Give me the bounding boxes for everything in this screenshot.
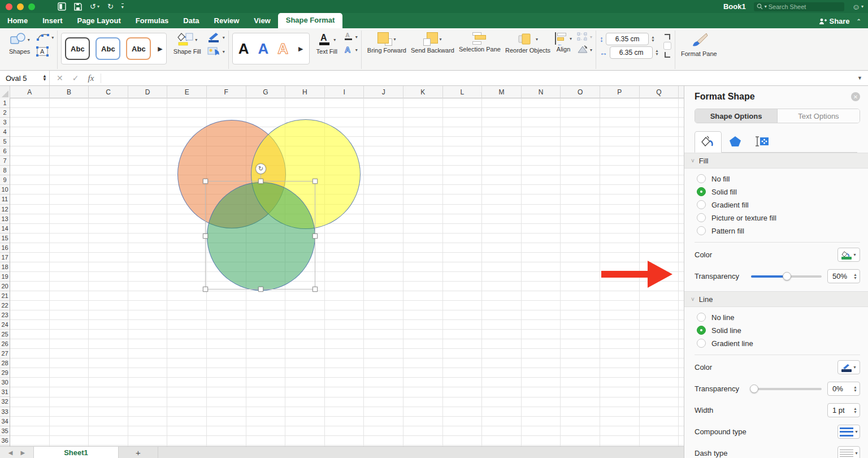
group-objects-button[interactable]: ▾	[576, 32, 592, 42]
line-section-header[interactable]: ˅ Line	[684, 291, 868, 307]
row-header[interactable]: 10	[0, 185, 10, 195]
collapse-ribbon-icon[interactable]: ⌃	[857, 18, 861, 24]
column-header[interactable]: F	[207, 86, 246, 98]
column-header[interactable]: Q	[640, 86, 679, 98]
row-header[interactable]: 6	[0, 146, 10, 156]
minimize-window-button[interactable]	[17, 3, 24, 10]
radio-gradient-line[interactable]: Gradient line	[697, 339, 868, 348]
tab-page-layout[interactable]: Page Layout	[70, 14, 128, 28]
radio-solid-fill[interactable]: Solid fill	[697, 187, 868, 196]
height-value[interactable]: 6.35 cm	[606, 33, 649, 45]
row-header[interactable]: 8	[0, 166, 10, 175]
close-window-button[interactable]	[6, 3, 12, 10]
line-width-value[interactable]: 1 pt ▲▼	[827, 403, 860, 417]
shape-style-more-icon[interactable]: ▶	[157, 45, 162, 53]
resize-handle-nw[interactable]	[203, 179, 208, 184]
tab-shape-options[interactable]: Shape Options	[695, 109, 777, 123]
tab-home[interactable]: Home	[0, 14, 35, 28]
row-header[interactable]: 16	[0, 243, 10, 253]
compound-type-button[interactable]: ▾	[837, 425, 860, 439]
lock-aspect-checkbox[interactable]	[663, 42, 671, 50]
size-properties-subtab[interactable]	[749, 131, 776, 152]
column-header[interactable]: D	[128, 86, 168, 98]
wordart-style-2[interactable]: A	[258, 40, 269, 58]
row-header[interactable]: 30	[0, 378, 10, 387]
close-panel-icon[interactable]: ✕	[851, 92, 860, 101]
text-outline-button[interactable]: A ▾	[343, 32, 358, 42]
row-header[interactable]: 34	[0, 417, 10, 426]
radio-pattern-fill[interactable]: Pattern fill	[697, 226, 868, 235]
search-input[interactable]: ▾ Search Sheet	[754, 2, 844, 11]
save-icon[interactable]	[74, 3, 82, 11]
wordart-style-3[interactable]: A	[277, 40, 288, 58]
column-header[interactable]: L	[443, 86, 483, 98]
column-header[interactable]: P	[600, 86, 640, 98]
resize-handle-n[interactable]	[258, 179, 263, 184]
row-header[interactable]: 22	[0, 301, 10, 310]
text-box-button[interactable]: A	[36, 46, 54, 57]
shape-style-2[interactable]: Abc	[96, 37, 120, 60]
shapes-button[interactable]: ▾ Shapes	[7, 32, 32, 56]
row-header[interactable]: 1	[0, 98, 10, 108]
row-header[interactable]: 25	[0, 330, 10, 339]
row-header[interactable]: 17	[0, 253, 10, 262]
shape-outline-button[interactable]: ▾	[207, 32, 225, 43]
rotate-handle[interactable]: ↻	[255, 163, 266, 174]
redo-button[interactable]: ↻	[107, 2, 114, 11]
expand-formula-bar-icon[interactable]: ▼	[857, 75, 868, 81]
tab-formulas[interactable]: Formulas	[128, 14, 176, 28]
fill-transparency-value[interactable]: 50% ▲▼	[827, 269, 860, 283]
width-value[interactable]: 6.35 cm	[610, 46, 653, 59]
height-stepper[interactable]: ▲▼	[651, 36, 655, 42]
row-header[interactable]: 32	[0, 397, 10, 407]
shape-fill-button[interactable]: ▾ Shape Fill	[171, 32, 203, 56]
row-header[interactable]: 15	[0, 234, 10, 243]
shape-selection-box[interactable]: ↻	[205, 181, 315, 290]
row-header[interactable]: 5	[0, 137, 10, 146]
edit-points-button[interactable]: ▾	[36, 32, 54, 43]
select-all-corner[interactable]	[0, 86, 10, 98]
search-scope-caret-icon[interactable]: ▾	[765, 4, 767, 9]
customize-toolbar-icon[interactable]: ▾	[121, 3, 124, 10]
row-header[interactable]: 4	[0, 127, 10, 137]
effects-subtab[interactable]	[722, 131, 749, 152]
row-header[interactable]: 26	[0, 339, 10, 349]
width-stepper[interactable]: ▲▼	[655, 49, 659, 56]
tab-insert[interactable]: Insert	[35, 14, 70, 28]
tab-text-options[interactable]: Text Options	[777, 109, 860, 123]
text-effects-button[interactable]: A ▾	[343, 45, 358, 55]
shape-style-3[interactable]: Abc	[126, 37, 151, 60]
resize-handle-e[interactable]	[313, 234, 318, 239]
column-header[interactable]: E	[167, 86, 207, 98]
column-header[interactable]: K	[403, 86, 443, 98]
column-header[interactable]: B	[50, 86, 89, 98]
shape-effects-button[interactable]: ▾	[207, 46, 225, 57]
align-button[interactable]: ← ▾ Align	[553, 32, 574, 54]
fill-line-subtab[interactable]	[695, 131, 722, 153]
row-header[interactable]: 3	[0, 118, 10, 127]
fill-color-button[interactable]: ▾	[837, 248, 860, 262]
sheet-tab-sheet1[interactable]: Sheet1	[34, 447, 119, 458]
column-header[interactable]: O	[561, 86, 600, 98]
row-header[interactable]: 28	[0, 358, 10, 368]
row-header[interactable]: 13	[0, 214, 10, 224]
resize-handle-s[interactable]	[258, 287, 263, 292]
row-header[interactable]: 29	[0, 368, 10, 378]
row-header[interactable]: 24	[0, 320, 10, 330]
name-box-stepper[interactable]: ▲▼	[42, 75, 47, 81]
tab-view[interactable]: View	[246, 14, 277, 28]
radio-no-fill[interactable]: No fill	[697, 174, 868, 183]
column-header[interactable]: N	[522, 86, 561, 98]
fill-transparency-slider[interactable]	[751, 275, 822, 278]
row-header[interactable]: 7	[0, 156, 10, 166]
row-header[interactable]: 9	[0, 175, 10, 185]
column-header[interactable]: H	[285, 86, 325, 98]
row-header[interactable]: 19	[0, 272, 10, 282]
share-button[interactable]: Share	[819, 17, 849, 25]
text-fill-button[interactable]: A ▾ Text Fill	[314, 32, 340, 56]
undo-button[interactable]: ↺ ▾	[90, 2, 99, 11]
enter-icon[interactable]: ✓	[72, 74, 79, 83]
row-header[interactable]: 18	[0, 262, 10, 272]
insert-function-icon[interactable]: fx	[88, 74, 94, 83]
radio-picture-fill[interactable]: Picture or texture fill	[697, 213, 868, 222]
